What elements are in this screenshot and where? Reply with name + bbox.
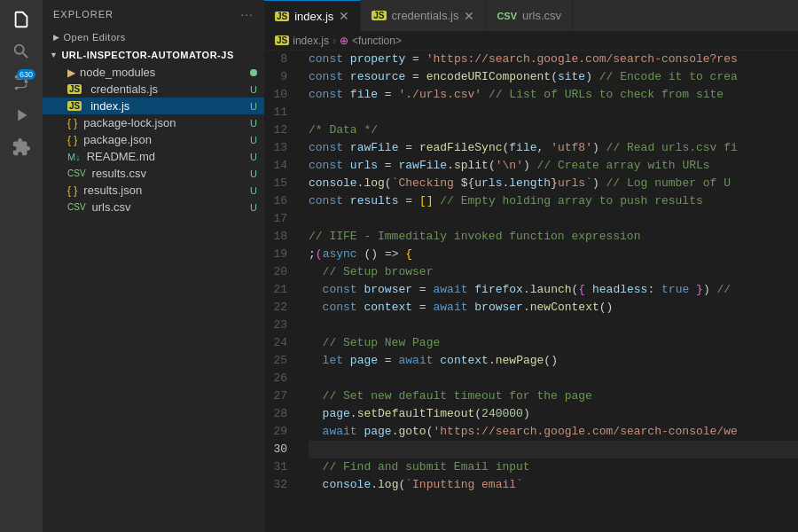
code-content[interactable]: const property = 'https://search.google.… [301, 51, 798, 532]
folder-icon: ▶ [67, 66, 75, 79]
code-line-25: let page = await context.newPage() [309, 352, 798, 370]
sidebar-header: Explorer ··· [43, 0, 264, 28]
tab-label: credentials.js [392, 9, 459, 22]
json-file-icon: { } [67, 184, 77, 197]
git-badge: U [250, 152, 257, 162]
csv-file-icon: CSV [67, 202, 86, 212]
code-line-24: // Setup New Page [309, 334, 798, 352]
code-line-8: const property = 'https://search.google.… [309, 51, 798, 68]
tree-item-readme[interactable]: M↓ README.md U [43, 148, 264, 165]
line-numbers: 8 9 10 11 12 13 14 15 16 17 18 19 20 21 … [264, 51, 301, 532]
md-file-icon: M↓ [67, 152, 81, 162]
ln-26: 26 [264, 370, 294, 387]
search-icon[interactable] [9, 39, 34, 64]
ln-16: 16 [264, 192, 294, 210]
ln-30: 30 [264, 441, 294, 458]
sidebar-title: Explorer [53, 9, 113, 20]
tree-item-results-csv[interactable]: CSV results.csv U [43, 165, 264, 182]
breadcrumb-symbol: <function> [352, 35, 402, 47]
files-icon[interactable] [9, 7, 34, 32]
code-line-28: page.setDefaultTimeout(240000) [309, 405, 798, 423]
ln-17: 17 [264, 210, 294, 228]
code-line-32: console.log(`Inputting email` [309, 476, 798, 494]
run-icon[interactable] [9, 103, 34, 128]
file-name: credentials.js [90, 82, 246, 96]
file-name: package.json [83, 133, 246, 146]
ln-31: 31 [264, 458, 294, 476]
tab-index-js[interactable]: JS index.js ✕ [264, 0, 361, 31]
tree-item-package[interactable]: { } package.json U [43, 131, 264, 148]
file-tree: ▶ node_modules JS credentials.js U JS in… [43, 64, 264, 532]
code-line-9: const resource = encodeURIComponent(site… [309, 68, 798, 86]
tab-credentials-js[interactable]: JS credentials.js ✕ [361, 0, 486, 31]
extensions-icon[interactable] [9, 135, 34, 160]
tab-bar: JS index.js ✕ JS credentials.js ✕ CSV ur… [264, 0, 798, 31]
ln-13: 13 [264, 139, 294, 157]
code-line-22: const context = await browser.newContext… [309, 299, 798, 317]
code-line-23 [309, 317, 798, 334]
source-control-icon[interactable]: 630 [9, 71, 34, 96]
tab-urls-csv[interactable]: CSV urls.csv [486, 0, 573, 31]
ln-11: 11 [264, 104, 294, 121]
tab-close-icon[interactable]: ✕ [464, 10, 474, 22]
tree-item-package-lock[interactable]: { } package-lock.json U [43, 114, 264, 131]
code-line-17 [309, 210, 798, 228]
file-name: package-lock.json [83, 116, 246, 129]
code-line-21: const browser = await firefox.launch({ h… [309, 281, 798, 299]
ln-10: 10 [264, 86, 294, 104]
code-line-30 [309, 441, 798, 458]
ln-9: 9 [264, 68, 294, 86]
open-editors-label: Open Editors [64, 32, 126, 43]
project-section[interactable]: ▼ URL-INSPECTOR-AUTOMATOR-JS [43, 46, 264, 64]
file-name: README.md [87, 150, 246, 163]
tab-label: index.js [294, 10, 333, 23]
tree-item-index[interactable]: JS index.js U [43, 98, 264, 114]
json-file-icon: { } [67, 134, 77, 146]
sidebar: Explorer ··· ▶ Open Editors ▼ URL-INSPEC… [43, 0, 264, 532]
git-badge: U [250, 135, 257, 145]
breadcrumb-file: index.js [293, 35, 329, 47]
activity-bar: 630 [0, 0, 43, 532]
ln-14: 14 [264, 157, 294, 175]
csv-file-icon: CSV [67, 168, 86, 178]
source-control-badge: 630 [17, 69, 35, 80]
tab-icon-js: JS [372, 11, 386, 20]
tree-item-results-json[interactable]: { } results.json U [43, 182, 264, 199]
breadcrumb-symbol-icon: ⊕ [340, 35, 348, 47]
project-arrow: ▼ [50, 51, 58, 59]
code-line-26 [309, 370, 798, 387]
code-line-10: const file = './urls.csv' // List of URL… [309, 86, 798, 104]
ln-18: 18 [264, 228, 294, 246]
editor[interactable]: 8 9 10 11 12 13 14 15 16 17 18 19 20 21 … [264, 51, 798, 532]
git-dot [250, 69, 257, 76]
tab-icon-js: JS [275, 12, 289, 21]
code-line-19: ;(async () => { [309, 246, 798, 263]
breadcrumb: JS index.js › ⊕ <function> [264, 31, 798, 51]
code-line-18: // IIFE - Immeditaly invoked function ex… [309, 228, 798, 246]
ln-29: 29 [264, 423, 294, 441]
code-line-16: const results = [] // Empty holding arra… [309, 192, 798, 210]
tree-item-urls-csv[interactable]: CSV urls.csv U [43, 199, 264, 215]
ln-23: 23 [264, 317, 294, 334]
ln-15: 15 [264, 175, 294, 192]
file-name: results.csv [92, 167, 246, 180]
sidebar-menu-icon[interactable]: ··· [240, 7, 254, 21]
ln-32: 32 [264, 476, 294, 494]
code-line-11 [309, 104, 798, 121]
editor-main: JS index.js ✕ JS credentials.js ✕ CSV ur… [264, 0, 798, 532]
ln-27: 27 [264, 387, 294, 405]
git-badge: U [250, 84, 257, 95]
ln-28: 28 [264, 405, 294, 423]
ln-25: 25 [264, 352, 294, 370]
breadcrumb-icon: JS [275, 35, 289, 45]
code-line-14: const urls = rawFile.split('\n') // Crea… [309, 157, 798, 175]
js-file-icon: JS [67, 101, 82, 111]
js-file-icon: JS [67, 84, 82, 94]
tab-close-icon[interactable]: ✕ [339, 10, 349, 22]
open-editors-section[interactable]: ▶ Open Editors [43, 28, 264, 46]
json-file-icon: { } [67, 117, 77, 129]
git-badge: U [250, 202, 257, 213]
tree-item-credentials[interactable]: JS credentials.js U [43, 81, 264, 98]
tree-item-node-modules[interactable]: ▶ node_modules [43, 64, 264, 81]
tab-label: urls.csv [522, 9, 561, 22]
